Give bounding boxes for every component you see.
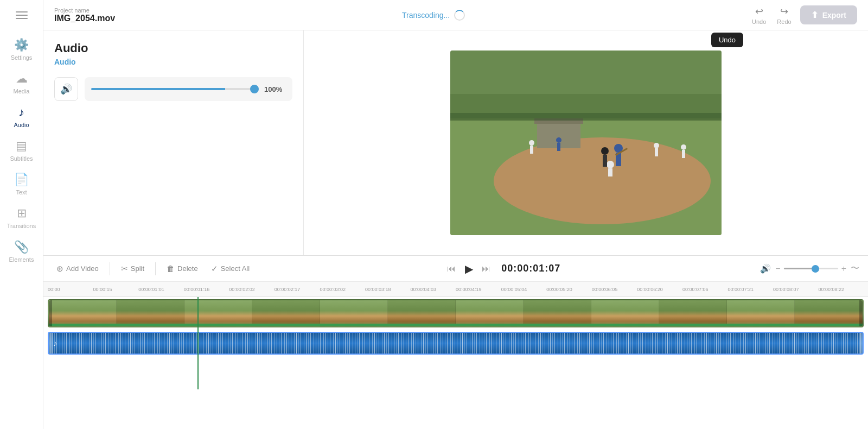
transitions-icon: ⊞ xyxy=(17,206,27,220)
audio-track-handle-left[interactable] xyxy=(49,333,52,354)
sidebar-item-settings[interactable]: ⚙️ Settings xyxy=(0,33,43,66)
video-track[interactable] xyxy=(48,299,864,327)
redo-label: Redo xyxy=(777,18,791,25)
video-preview xyxy=(450,51,722,235)
ruler-mark-16: 00:00:08:07 xyxy=(773,287,819,292)
timecode-display: 00:00:01:07 xyxy=(501,263,560,274)
check-icon: ✓ xyxy=(211,264,218,274)
ruler-mark-4: 00:00:02:02 xyxy=(229,287,275,292)
waveform-toggle-button[interactable]: 〜 xyxy=(851,263,859,274)
add-video-button[interactable]: ⊕ Add Video xyxy=(52,262,103,276)
toolbar-divider-1 xyxy=(110,262,110,275)
sidebar-item-media[interactable]: ☁ Media xyxy=(0,66,43,100)
sidebar-item-text-label: Text xyxy=(16,189,27,195)
sidebar: ⚙️ Settings ☁ Media ♪ Audio ▤ Subtitles … xyxy=(0,0,43,429)
split-label: Split xyxy=(131,264,144,273)
svg-rect-8 xyxy=(450,118,722,121)
project-info: Project name IMG_2054.mov xyxy=(54,7,115,23)
timeline-toolbar: ⊕ Add Video ✂ Split 🗑 Delete ✓ Select Al… xyxy=(43,256,868,282)
text-icon: 📄 xyxy=(14,173,29,187)
volume-speaker-icon: 🔊 xyxy=(60,83,72,95)
skip-back-button[interactable]: ⏮ xyxy=(447,264,456,274)
svg-point-20 xyxy=(654,143,659,148)
split-button[interactable]: ✂ Split xyxy=(117,262,149,276)
select-all-button[interactable]: ✓ Select All xyxy=(207,262,254,276)
ruler-mark-14: 00:00:07:06 xyxy=(682,287,728,292)
left-panel: Audio Audio 🔊 100% xyxy=(43,30,304,255)
video-track-handle-right[interactable] xyxy=(859,300,863,326)
svg-point-14 xyxy=(601,147,609,155)
sidebar-item-audio[interactable]: ♪ Audio xyxy=(0,100,43,134)
frame-11 xyxy=(727,300,795,326)
svg-rect-13 xyxy=(608,168,612,176)
timeline-volume-button[interactable]: 🔊 xyxy=(760,263,771,274)
audio-track[interactable]: ♪ xyxy=(48,332,864,355)
frame-1 xyxy=(49,300,117,326)
ruler-mark-9: 00:00:04:19 xyxy=(456,287,501,292)
volume-slider[interactable] xyxy=(91,88,259,90)
svg-rect-5 xyxy=(450,113,722,118)
project-name-value: IMG_2054.mov xyxy=(54,14,115,23)
export-label: Export xyxy=(822,11,846,20)
svg-rect-19 xyxy=(557,143,560,151)
zoom-in-button[interactable]: + xyxy=(841,264,846,274)
delete-button[interactable]: 🗑 Delete xyxy=(162,262,202,275)
sidebar-item-audio-label: Audio xyxy=(14,122,29,128)
ruler-mark-15: 00:00:07:21 xyxy=(727,287,773,292)
svg-point-22 xyxy=(681,144,686,150)
sidebar-item-subtitles[interactable]: ▤ Subtitles xyxy=(0,134,43,167)
delete-icon: 🗑 xyxy=(167,264,175,273)
volume-slider-container: 100% xyxy=(85,77,292,101)
undo-redo-group: ↩ Undo ↪ Redo xyxy=(752,5,792,25)
video-track-row xyxy=(48,299,864,330)
volume-icon-button[interactable]: 🔊 xyxy=(54,77,78,101)
skip-forward-button[interactable]: ⏭ xyxy=(482,264,490,274)
ruler-mark-8: 00:00:04:03 xyxy=(411,287,456,292)
svg-rect-21 xyxy=(655,148,658,156)
ruler-mark-6: 00:00:03:02 xyxy=(320,287,365,292)
delete-label: Delete xyxy=(177,264,198,273)
timeline-area: ⊕ Add Video ✂ Split 🗑 Delete ✓ Select Al… xyxy=(43,255,868,429)
playhead[interactable] xyxy=(197,297,199,389)
transcoding-label: Transcoding... xyxy=(402,11,450,20)
sidebar-item-elements-label: Elements xyxy=(9,256,34,263)
zoom-out-button[interactable]: − xyxy=(775,264,780,274)
ruler-mark-11: 00:00:05:20 xyxy=(546,287,592,292)
frame-8 xyxy=(524,300,591,326)
subtitles-icon: ▤ xyxy=(16,139,27,153)
audio-track-handle-right[interactable] xyxy=(859,333,863,354)
sidebar-item-text[interactable]: 📄 Text xyxy=(0,167,43,201)
svg-rect-17 xyxy=(530,146,533,154)
svg-point-12 xyxy=(607,161,614,168)
volume-percentage: 100% xyxy=(264,85,286,93)
transcoding-status: Transcoding... xyxy=(402,10,465,21)
undo-tooltip: Undo xyxy=(711,33,743,47)
ruler-mark-12: 00:00:06:05 xyxy=(592,287,637,292)
export-button[interactable]: ⬆ Export xyxy=(800,5,857,24)
ruler-mark-13: 00:00:06:20 xyxy=(637,287,682,292)
undo-label: Undo xyxy=(752,18,766,25)
video-track-handle-left[interactable] xyxy=(49,300,52,326)
project-name-label: Project name xyxy=(54,7,115,14)
ruler-mark-0: 00:00 xyxy=(48,287,93,292)
select-all-label: Select All xyxy=(221,264,250,273)
ruler-mark-5: 00:00:02:17 xyxy=(275,287,320,292)
svg-point-16 xyxy=(529,140,534,146)
elements-icon: 📎 xyxy=(14,240,29,254)
undo-button[interactable]: ↩ Undo xyxy=(752,5,766,25)
export-upload-icon: ⬆ xyxy=(811,10,818,20)
add-video-icon: ⊕ xyxy=(56,264,63,274)
topbar-actions: ↩ Undo ↪ Redo ⬆ Export xyxy=(752,5,857,25)
zoom-slider[interactable] xyxy=(784,268,838,269)
redo-button[interactable]: ↪ Redo xyxy=(777,5,791,25)
ruler-mark-10: 00:00:05:04 xyxy=(501,287,547,292)
play-button[interactable]: ▶ xyxy=(460,260,477,277)
menu-button[interactable] xyxy=(11,7,33,24)
ruler-mark-2: 00:00:01:01 xyxy=(138,287,184,292)
frame-10 xyxy=(659,300,727,326)
video-track-progress xyxy=(49,324,863,326)
frame-3 xyxy=(184,300,252,326)
sidebar-item-transitions[interactable]: ⊞ Transitions xyxy=(0,201,43,235)
sidebar-item-elements[interactable]: 📎 Elements xyxy=(0,235,43,268)
undo-arrow-icon: ↩ xyxy=(755,5,763,17)
